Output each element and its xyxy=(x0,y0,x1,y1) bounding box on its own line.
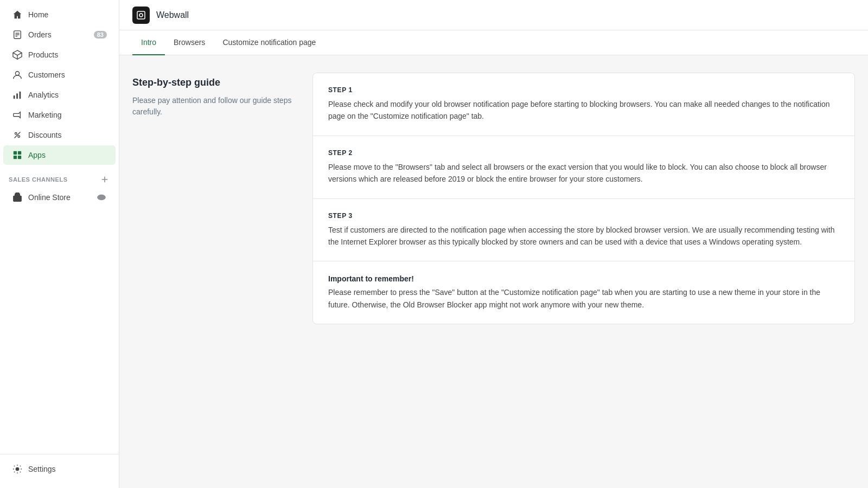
sidebar-item-products[interactable]: Products xyxy=(3,45,116,65)
sidebar-nav: Home Orders 83 Products Customers xyxy=(0,0,119,454)
sidebar-item-label: Analytics xyxy=(28,91,107,99)
sidebar-item-label: Apps xyxy=(28,151,107,159)
orders-badge: 83 xyxy=(94,31,107,38)
orders-icon xyxy=(12,29,23,40)
sidebar-item-discounts[interactable]: Discounts xyxy=(3,125,116,145)
step-3-number: STEP 3 xyxy=(328,212,839,220)
guide-left: Step-by-step guide Please pay attention … xyxy=(132,73,295,118)
sidebar: Home Orders 83 Products Customers xyxy=(0,0,119,488)
step-2-block: STEP 2 Please move to the "Browsers" tab… xyxy=(313,136,854,199)
sidebar-item-label: Customers xyxy=(28,70,107,79)
marketing-icon xyxy=(12,110,23,120)
important-title: Important to remember! xyxy=(328,274,839,283)
tabs-bar: Intro Browsers Customize notification pa… xyxy=(119,30,868,55)
sales-channels-section: SALES CHANNELS xyxy=(0,165,119,187)
svg-point-12 xyxy=(18,136,20,138)
customers-icon xyxy=(12,69,23,80)
eye-icon[interactable] xyxy=(96,192,107,203)
step-2-number: STEP 2 xyxy=(328,149,839,157)
tab-browsers[interactable]: Browsers xyxy=(165,30,214,55)
add-sales-channel-button[interactable] xyxy=(99,174,110,185)
settings-icon xyxy=(12,464,23,474)
tab-intro[interactable]: Intro xyxy=(132,30,165,55)
guide-subtitle: Please pay attention and follow our guid… xyxy=(132,95,295,118)
sidebar-bottom: Settings xyxy=(0,454,119,488)
sidebar-item-label: Discounts xyxy=(28,131,107,139)
sidebar-item-label: Home xyxy=(28,10,107,19)
sidebar-item-online-store[interactable]: Online Store xyxy=(3,188,116,207)
app-logo xyxy=(132,7,150,24)
step-1-text: Please check and modify your old browser… xyxy=(328,98,839,123)
content-area: Step-by-step guide Please pay attention … xyxy=(119,55,868,488)
svg-rect-15 xyxy=(18,151,21,155)
products-icon xyxy=(12,49,23,60)
svg-rect-9 xyxy=(16,93,18,99)
important-block: Important to remember! Please remember t… xyxy=(313,261,854,324)
svg-rect-8 xyxy=(14,95,15,99)
steps-card: STEP 1 Please check and modify your old … xyxy=(312,73,855,324)
store-icon xyxy=(12,192,23,203)
svg-line-6 xyxy=(13,53,17,55)
sidebar-item-customers[interactable]: Customers xyxy=(3,65,116,85)
svg-point-7 xyxy=(15,72,19,75)
app-title: Webwall xyxy=(156,10,189,20)
sidebar-item-home[interactable]: Home xyxy=(3,5,116,24)
svg-point-23 xyxy=(139,14,143,17)
svg-rect-17 xyxy=(18,156,21,159)
svg-rect-14 xyxy=(14,151,17,155)
svg-rect-16 xyxy=(14,156,17,159)
step-3-text: Test if customers are directed to the no… xyxy=(328,224,839,248)
analytics-icon xyxy=(12,89,23,100)
sidebar-item-label: Settings xyxy=(28,465,107,473)
sidebar-item-apps[interactable]: Apps xyxy=(3,145,116,165)
sidebar-item-analytics[interactable]: Analytics xyxy=(3,85,116,105)
svg-rect-10 xyxy=(20,92,21,99)
sidebar-item-marketing[interactable]: Marketing xyxy=(3,105,116,125)
svg-line-5 xyxy=(17,53,22,55)
discounts-icon xyxy=(12,130,23,140)
apps-icon xyxy=(12,150,23,160)
important-text: Please remember to press the "Save" butt… xyxy=(328,286,839,311)
svg-rect-22 xyxy=(137,11,145,19)
sidebar-item-label: Products xyxy=(28,50,107,59)
home-icon xyxy=(12,9,23,20)
svg-point-21 xyxy=(16,467,18,470)
guide-title: Step-by-step guide xyxy=(132,77,295,88)
sidebar-item-orders[interactable]: Orders 83 xyxy=(3,25,116,44)
svg-point-11 xyxy=(15,133,17,135)
step-1-block: STEP 1 Please check and modify your old … xyxy=(313,73,854,136)
step-3-block: STEP 3 Test if customers are directed to… xyxy=(313,199,854,262)
sidebar-item-label: Marketing xyxy=(28,111,107,119)
sidebar-item-label: Online Store xyxy=(28,193,91,202)
svg-point-20 xyxy=(100,196,103,198)
step-2-text: Please move to the "Browsers" tab and se… xyxy=(328,161,839,185)
tab-customize[interactable]: Customize notification page xyxy=(214,30,324,55)
main-content: Webwall Intro Browsers Customize notific… xyxy=(119,0,868,488)
sidebar-item-settings[interactable]: Settings xyxy=(3,459,116,479)
sales-channels-label: SALES CHANNELS xyxy=(9,176,68,183)
sidebar-item-label: Orders xyxy=(28,30,88,39)
svg-rect-18 xyxy=(14,196,21,201)
step-1-number: STEP 1 xyxy=(328,86,839,94)
app-header: Webwall xyxy=(119,0,868,30)
